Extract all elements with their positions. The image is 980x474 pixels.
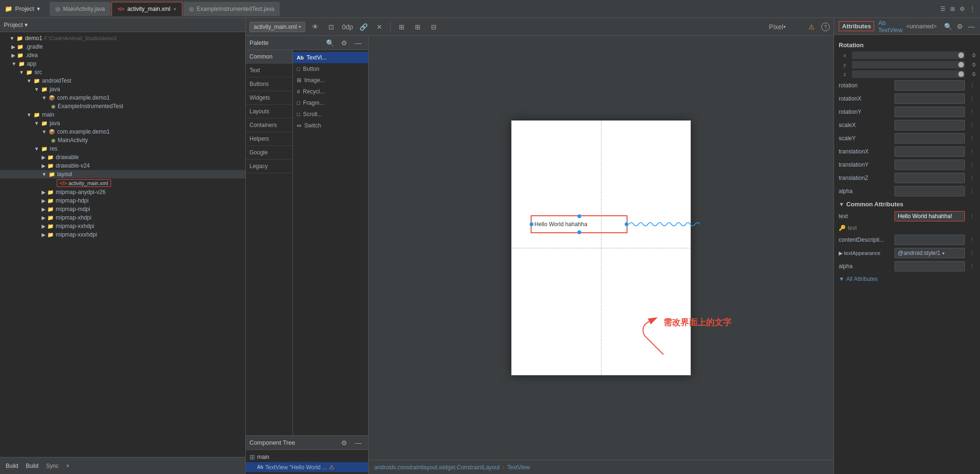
constraints-button[interactable]: ⊞ [412, 21, 424, 33]
palette-settings-button[interactable]: ⚙ [338, 37, 350, 49]
translationX-input[interactable] [894, 146, 965, 157]
alpha-input[interactable] [894, 186, 965, 196]
palette-cat-buttons[interactable]: Buttons [246, 77, 292, 91]
margins-button[interactable]: ⊟ [428, 21, 440, 33]
palette-widget-imageview[interactable]: ⊞ Image... [293, 75, 368, 86]
scaleY-input[interactable] [894, 133, 965, 144]
palette-widget-recyclerview[interactable]: ≡ Recycl... [293, 86, 368, 97]
rotation-menu-icon[interactable]: ⋮ [969, 82, 975, 89]
pixel-button[interactable]: Pixel ▾ [771, 21, 783, 33]
sync-close-icon[interactable]: × [66, 463, 69, 469]
palette-cat-layouts[interactable]: Layouts [246, 105, 292, 118]
rotationY-menu-icon[interactable]: ⋮ [969, 109, 975, 115]
tree-activity-main-xml[interactable]: </> activity_main.xml [0, 178, 245, 188]
text-subsection[interactable]: 🔑 text [834, 223, 980, 233]
comp-tree-settings[interactable]: ⚙ [338, 437, 350, 449]
text-field-menu-icon[interactable]: ⋮ [969, 213, 975, 220]
guidelines-button[interactable]: ⊞ [395, 21, 408, 33]
alpha2-input[interactable] [894, 261, 965, 271]
common-attrs-chevron[interactable]: ▼ [839, 201, 844, 208]
palette-cat-common[interactable]: Common [246, 50, 292, 64]
tree-java-androidtest[interactable]: ▼ 📁 java [0, 85, 245, 93]
rot-x-slider[interactable] [852, 51, 965, 59]
warning-toolbar-icon[interactable]: ⚠ [805, 21, 817, 33]
textappearance-menu-icon[interactable]: ⋮ [969, 250, 975, 256]
dp-button[interactable]: 0dp [341, 21, 353, 33]
tree-mipmap-xxhdpi[interactable]: ▶ 📁 mipmap-xxhdpi [0, 222, 245, 230]
translationZ-menu-icon[interactable]: ⋮ [969, 175, 975, 181]
anchor-top[interactable] [577, 214, 581, 218]
contentdesc-input[interactable] [894, 235, 965, 245]
anchor-left[interactable] [530, 222, 533, 226]
rotationX-menu-icon[interactable]: ⋮ [969, 95, 975, 102]
scaleY-menu-icon[interactable]: ⋮ [969, 135, 975, 142]
tree-res[interactable]: ▼ 📁 res [0, 144, 245, 153]
palette-cat-google[interactable]: Google [246, 146, 292, 160]
palette-widget-fragment[interactable]: □ Fragm... [293, 97, 368, 109]
translationX-menu-icon[interactable]: ⋮ [969, 148, 975, 155]
tree-drawable[interactable]: ▶ 📁 drawable [0, 153, 245, 161]
translationZ-input[interactable] [894, 173, 965, 183]
rotationX-input[interactable] [894, 93, 965, 104]
tree-example-test[interactable]: ◉ ExampleInstrumentedTest [0, 102, 245, 110]
palette-cat-widgets[interactable]: Widgets [246, 91, 292, 105]
build-tab[interactable]: Build [6, 463, 18, 469]
tree-mipmap-mdpi[interactable]: ▶ 📁 mipmap-mdpi [0, 205, 245, 213]
file-name-display[interactable]: activity_main.xml ▾ [249, 22, 305, 32]
textappearance-dropdown[interactable]: ▾ [942, 251, 945, 256]
tree-root[interactable]: ▼ 📁 demo1 F:\Code\Android_Studio\demo1 [0, 34, 245, 42]
all-attributes-row[interactable]: ▼ All Attributes [834, 273, 980, 285]
tree-pkg-main[interactable]: ▼ 📦 com.example.demo1 [0, 127, 245, 136]
palette-search-button[interactable]: 🔍 [324, 37, 336, 49]
project-dropdown-icon[interactable]: ▾ [37, 5, 40, 12]
eye-button[interactable]: 👁 [309, 21, 321, 33]
palette-widget-textview[interactable]: Ab TextVi... [293, 52, 368, 63]
tree-drawable-v24[interactable]: ▶ 📁 drawable-v24 [0, 161, 245, 170]
palette-cat-text[interactable]: Text [246, 64, 292, 77]
tree-gradle[interactable]: ▶ 📁 .gradle [0, 42, 245, 51]
tree-mainactivity[interactable]: ◉ MainActivity [0, 136, 245, 144]
comp-tree-main[interactable]: ⊞ main [246, 452, 368, 462]
tree-src[interactable]: ▼ 📁 src [0, 68, 245, 76]
layout-icon[interactable]: ⊞ [950, 6, 955, 12]
anchor-bottom[interactable] [577, 230, 581, 234]
anchor-right[interactable] [625, 222, 628, 226]
more-icon[interactable]: ⋮ [970, 6, 975, 12]
comp-tree-close[interactable]: — [352, 437, 364, 449]
alpha-menu-icon[interactable]: ⋮ [969, 188, 975, 195]
tab-close-icon[interactable]: × [173, 6, 176, 12]
rot-y-slider[interactable] [852, 61, 965, 68]
contentdesc-menu-icon[interactable]: ⋮ [969, 237, 975, 243]
tree-main[interactable]: ▼ 📁 main [0, 110, 245, 119]
sync-tab[interactable]: Sync [46, 463, 59, 469]
breadcrumb-layout[interactable]: androidx.constraintlayout.widget.Constra… [374, 464, 500, 471]
tree-mipmap-xxxhdpi[interactable]: ▶ 📁 mipmap-xxxhdpi [0, 230, 245, 239]
rotationY-input[interactable] [894, 107, 965, 117]
translationY-menu-icon[interactable]: ⋮ [969, 161, 975, 168]
translationY-input[interactable] [894, 160, 965, 170]
magnet-button[interactable]: 🔗 [357, 21, 370, 33]
text-field-input[interactable]: Hello World hahahha! [894, 211, 965, 221]
tree-mipmap-anydpi[interactable]: ▶ 📁 mipmap-anydpi-v26 [0, 188, 245, 196]
scaleX-input[interactable] [894, 120, 965, 130]
palette-cat-legacy[interactable]: Legacy [246, 160, 292, 173]
menu-icon[interactable]: ☰ [940, 6, 946, 12]
build-tab-label[interactable]: Build [26, 463, 39, 469]
tab-example-test[interactable]: ◎ ExampleInstrumentedTest.java [183, 2, 280, 16]
tree-pkg-androidtest[interactable]: ▼ 📦 com.example.demo1 [0, 93, 245, 102]
attr-settings-button[interactable]: ⚙ [956, 20, 963, 33]
palette-widget-switch[interactable]: ⇔ Switch [293, 120, 368, 131]
palette-widget-button[interactable]: □ Button [293, 63, 368, 75]
tree-mipmap-xhdpi[interactable]: ▶ 📁 mipmap-xhdpi [0, 213, 245, 222]
rotation-input[interactable] [894, 80, 965, 91]
tree-idea[interactable]: ▶ 📁 .idea [0, 51, 245, 59]
tree-androidtest[interactable]: ▼ 📁 androidTest [0, 76, 245, 85]
canvas-content[interactable]: Hello World hahahha [369, 36, 834, 460]
palette-cat-containers[interactable]: Containers [246, 118, 292, 132]
attr-search-button[interactable]: 🔍 [944, 20, 952, 33]
tree-app[interactable]: ▼ 📁 app [0, 59, 245, 68]
scaleX-menu-icon[interactable]: ⋮ [969, 122, 975, 128]
tree-java-main[interactable]: ▼ 📁 java [0, 119, 245, 127]
rot-z-slider[interactable] [852, 70, 965, 78]
textappearance-input[interactable]: @android:style/1 ▾ [894, 248, 965, 258]
